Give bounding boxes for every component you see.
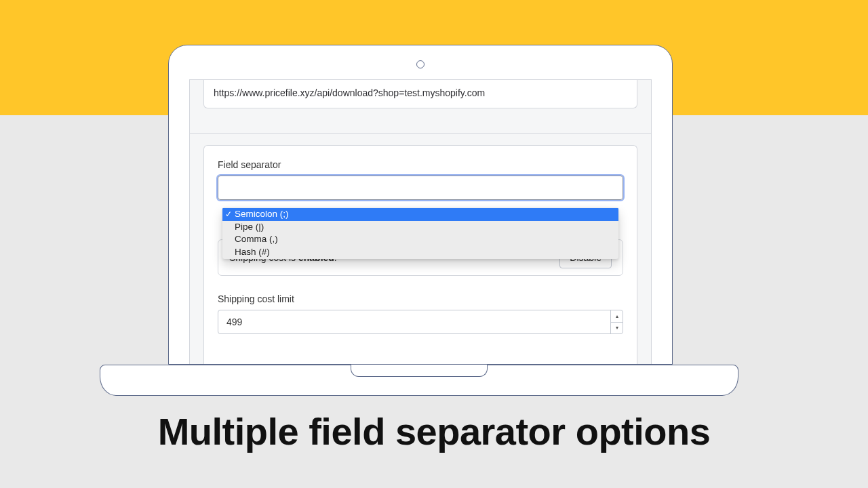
laptop-screen: https://www.pricefile.xyz/api/download?s…: [168, 45, 673, 365]
field-separator-dropdown[interactable]: ✓ Semicolon (;) Pipe (|) Comma (,) Hash …: [222, 207, 618, 259]
number-spinner: ▴ ▾: [610, 310, 623, 333]
shipping-limit-block: Shipping cost limit 499 ▴ ▾: [218, 293, 623, 334]
option-hash[interactable]: Hash (#): [222, 246, 618, 259]
app-viewport: https://www.pricefile.xyz/api/download?s…: [189, 79, 652, 364]
camera-icon: [416, 60, 425, 68]
laptop-base: [100, 365, 738, 396]
download-url-card: https://www.pricefile.xyz/api/download?s…: [203, 80, 637, 108]
field-separator-label: Field separator: [218, 159, 623, 170]
check-icon: ✓: [225, 208, 232, 221]
option-label: Hash (#): [235, 247, 270, 257]
field-separator-select[interactable]: ✓ Semicolon (;) Pipe (|) Comma (,) Hash …: [218, 176, 623, 200]
shipping-limit-value: 499: [226, 317, 242, 327]
spinner-down-icon[interactable]: ▾: [611, 323, 623, 334]
shipping-limit-input[interactable]: 499 ▴ ▾: [218, 310, 623, 334]
stage: https://www.pricefile.xyz/api/download?s…: [0, 0, 868, 488]
settings-card: Field separator ✓ Semicolon (;) Pipe (|)…: [203, 145, 637, 364]
option-comma[interactable]: Comma (,): [222, 233, 618, 246]
option-label: Comma (,): [235, 234, 278, 244]
laptop-notch: [351, 365, 488, 377]
option-pipe[interactable]: Pipe (|): [222, 221, 618, 234]
section-divider: [190, 133, 651, 134]
url-card-clip: https://www.pricefile.xyz/api/download?s…: [190, 80, 651, 108]
download-url-value: https://www.pricefile.xyz/api/download?s…: [214, 87, 485, 98]
spinner-up-icon[interactable]: ▴: [611, 310, 623, 323]
option-semicolon[interactable]: ✓ Semicolon (;): [222, 208, 618, 221]
shipping-limit-label: Shipping cost limit: [218, 293, 623, 304]
option-label: Semicolon (;): [235, 209, 289, 219]
marketing-headline: Multiple field separator options: [0, 409, 868, 453]
option-label: Pipe (|): [235, 222, 264, 232]
